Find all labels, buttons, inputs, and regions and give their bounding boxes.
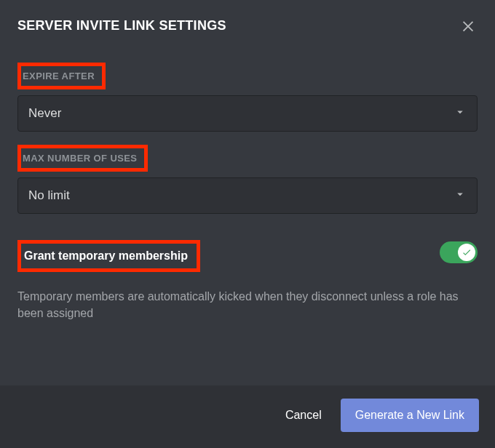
generate-link-button[interactable]: Generate a New Link bbox=[341, 399, 479, 432]
max-uses-label: MAX NUMBER OF USES bbox=[17, 145, 148, 172]
expire-after-label: EXPIRE AFTER bbox=[17, 63, 106, 89]
temp-membership-help: Temporary members are automatically kick… bbox=[17, 288, 478, 321]
max-uses-select[interactable]: No limit bbox=[17, 177, 478, 214]
modal-header: SERVER INVITE LINK SETTINGS bbox=[0, 0, 495, 42]
modal-title: SERVER INVITE LINK SETTINGS bbox=[17, 18, 226, 33]
temp-membership-label: Grant temporary membership bbox=[17, 240, 200, 272]
modal-footer: Cancel Generate a New Link bbox=[0, 385, 495, 448]
max-uses-value: No limit bbox=[28, 188, 70, 203]
chevron-down-icon bbox=[454, 105, 467, 122]
close-icon[interactable] bbox=[459, 16, 478, 35]
cancel-button[interactable]: Cancel bbox=[272, 400, 335, 431]
toggle-knob bbox=[458, 244, 475, 261]
temp-membership-row: Grant temporary membership bbox=[17, 227, 478, 278]
expire-after-value: Never bbox=[28, 106, 61, 121]
expire-after-select[interactable]: Never bbox=[17, 95, 478, 132]
modal-body: EXPIRE AFTER Never MAX NUMBER OF USES No… bbox=[0, 42, 495, 385]
invite-settings-modal: SERVER INVITE LINK SETTINGS EXPIRE AFTER… bbox=[0, 0, 495, 448]
temp-membership-toggle[interactable] bbox=[440, 241, 478, 263]
chevron-down-icon bbox=[454, 188, 467, 204]
